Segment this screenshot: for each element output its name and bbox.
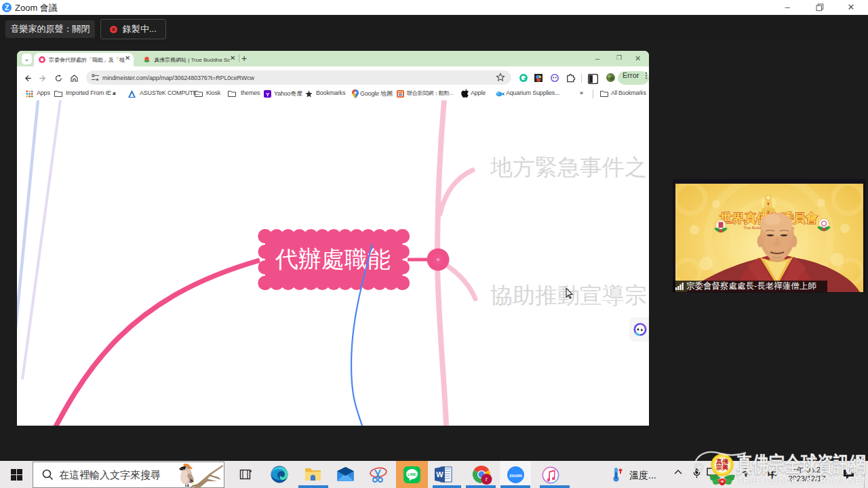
svg-text:地方緊急事件之: 地方緊急事件之 bbox=[490, 155, 647, 180]
svg-text:代辦處職能: 代辦處職能 bbox=[275, 246, 391, 272]
svg-text:zoom: zoom bbox=[509, 473, 521, 478]
svg-text:W: W bbox=[436, 470, 443, 479]
svg-text:LINE: LINE bbox=[408, 472, 416, 476]
svg-text:Y: Y bbox=[266, 92, 270, 98]
